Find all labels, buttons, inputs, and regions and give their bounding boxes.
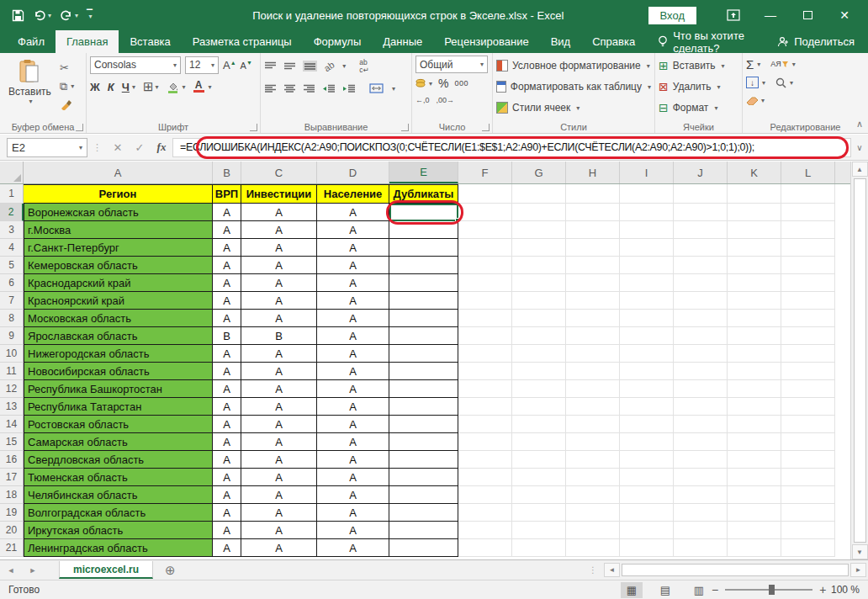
region-cell[interactable]: Ростовская область: [24, 416, 213, 433]
column-header-D[interactable]: D: [317, 162, 389, 183]
copy-button[interactable]: ⧉▾: [60, 79, 74, 93]
tab-Справка[interactable]: Справка: [581, 30, 646, 53]
region-cell[interactable]: Нижегородская область: [24, 345, 213, 363]
duplicate-cell[interactable]: [389, 398, 458, 416]
alignment-dialog-launcher[interactable]: [401, 124, 409, 131]
empty-cell[interactable]: [620, 363, 674, 380]
tab-Разметка страницы[interactable]: Разметка страницы: [182, 30, 303, 53]
vrp-cell[interactable]: А: [213, 522, 241, 539]
region-cell[interactable]: Тюменская область: [24, 469, 213, 486]
empty-cell[interactable]: [458, 204, 512, 221]
empty-cell[interactable]: [458, 292, 512, 310]
vrp-cell[interactable]: А: [213, 433, 241, 451]
column-header-J[interactable]: J: [674, 162, 728, 183]
scroll-up-button[interactable]: ▲: [852, 162, 868, 177]
empty-cell[interactable]: [512, 292, 566, 310]
region-cell[interactable]: Московская область: [24, 310, 213, 327]
format-painter-button[interactable]: [60, 98, 74, 112]
row-header-12[interactable]: 12: [0, 380, 24, 398]
zoom-in-button[interactable]: +: [819, 583, 826, 596]
region-cell[interactable]: Кемеровская область: [24, 257, 213, 274]
population-cell[interactable]: А: [317, 504, 389, 522]
empty-cell[interactable]: [512, 416, 566, 433]
investment-cell[interactable]: А: [241, 398, 317, 416]
empty-cell[interactable]: [512, 539, 566, 557]
investment-cell[interactable]: А: [241, 380, 317, 398]
vrp-cell[interactable]: А: [213, 363, 241, 380]
column-header-G[interactable]: G: [512, 162, 566, 183]
investment-cell[interactable]: А: [241, 504, 317, 522]
column-header-B[interactable]: B: [213, 162, 241, 183]
row-header-5[interactable]: 5: [0, 257, 24, 274]
empty-cell[interactable]: [566, 380, 620, 398]
empty-cell[interactable]: [781, 310, 835, 327]
format-as-table-button[interactable]: Форматировать как таблицу▾: [496, 78, 651, 95]
population-cell[interactable]: А: [317, 398, 389, 416]
empty-cell[interactable]: [620, 345, 674, 363]
empty-cell[interactable]: [674, 292, 728, 310]
header-cell-Регион[interactable]: Регион: [24, 184, 213, 204]
empty-cell[interactable]: [620, 486, 674, 504]
undo-button[interactable]: ▾: [33, 9, 51, 21]
empty-cell[interactable]: [674, 363, 728, 380]
empty-cell[interactable]: [674, 221, 728, 239]
find-select-button[interactable]: [775, 77, 786, 88]
align-middle-icon[interactable]: [283, 61, 296, 71]
empty-cell[interactable]: [674, 433, 728, 451]
empty-cell[interactable]: [566, 221, 620, 239]
empty-cell[interactable]: [781, 380, 835, 398]
row-header-19[interactable]: 19: [0, 504, 24, 522]
duplicate-cell[interactable]: [389, 416, 458, 433]
empty-cell[interactable]: [512, 504, 566, 522]
empty-cell[interactable]: [458, 504, 512, 522]
empty-cell[interactable]: [512, 239, 566, 257]
investment-cell[interactable]: А: [241, 433, 317, 451]
row-header-21[interactable]: 21: [0, 539, 24, 557]
empty-cell[interactable]: [458, 363, 512, 380]
empty-cell[interactable]: [620, 469, 674, 486]
empty-cell[interactable]: [512, 345, 566, 363]
collapse-ribbon-button[interactable]: ∧: [856, 119, 863, 130]
decrease-indent-icon[interactable]: [322, 84, 336, 93]
duplicate-cell[interactable]: [389, 257, 458, 274]
header-cell-Население[interactable]: Население: [317, 184, 389, 204]
thousands-button[interactable]: 000: [454, 79, 468, 87]
region-cell[interactable]: Новосибирская область: [24, 363, 213, 380]
format-cells-button[interactable]: ⊟ Формат▾: [659, 99, 738, 116]
vrp-cell[interactable]: А: [213, 539, 241, 557]
decrease-decimal-button[interactable]: ,00→: [437, 96, 455, 104]
empty-cell[interactable]: [728, 363, 781, 380]
column-header-E[interactable]: E: [389, 162, 458, 183]
investment-cell[interactable]: А: [241, 522, 317, 539]
empty-cell[interactable]: [674, 327, 728, 345]
empty-cell[interactable]: [458, 274, 512, 292]
region-cell[interactable]: Красноярский край: [24, 292, 213, 310]
empty-cell[interactable]: [728, 539, 781, 557]
row-header-11[interactable]: 11: [0, 363, 24, 380]
row-header-16[interactable]: 16: [0, 451, 24, 469]
empty-cell[interactable]: [458, 239, 512, 257]
bold-button[interactable]: Ж: [90, 81, 100, 93]
vrp-cell[interactable]: А: [213, 345, 241, 363]
duplicate-cell-selected[interactable]: [389, 204, 458, 221]
minimize-button[interactable]: —: [752, 3, 789, 28]
cut-button[interactable]: ✂: [60, 61, 74, 75]
empty-cell[interactable]: [781, 274, 835, 292]
cell-styles-button[interactable]: Стили ячеек▾: [496, 99, 651, 116]
empty-cell[interactable]: [566, 274, 620, 292]
empty-cell[interactable]: [674, 504, 728, 522]
vrp-cell[interactable]: А: [213, 221, 241, 239]
number-dialog-launcher[interactable]: [482, 124, 490, 131]
vrp-cell[interactable]: А: [213, 451, 241, 469]
investment-cell[interactable]: А: [241, 363, 317, 380]
tab-Рецензирование[interactable]: Рецензирование: [433, 30, 539, 53]
tell-me-search[interactable]: Что вы хотите сделать?: [658, 30, 777, 53]
row-header-8[interactable]: 8: [0, 310, 24, 327]
undo-dropdown-icon[interactable]: ▾: [48, 12, 51, 19]
population-cell[interactable]: А: [317, 486, 389, 504]
tab-Файл[interactable]: Файл: [7, 30, 56, 53]
row-header-15[interactable]: 15: [0, 433, 24, 451]
vrp-cell[interactable]: А: [213, 504, 241, 522]
empty-cell[interactable]: [458, 433, 512, 451]
customize-qat-button[interactable]: ▔▾: [87, 12, 93, 19]
